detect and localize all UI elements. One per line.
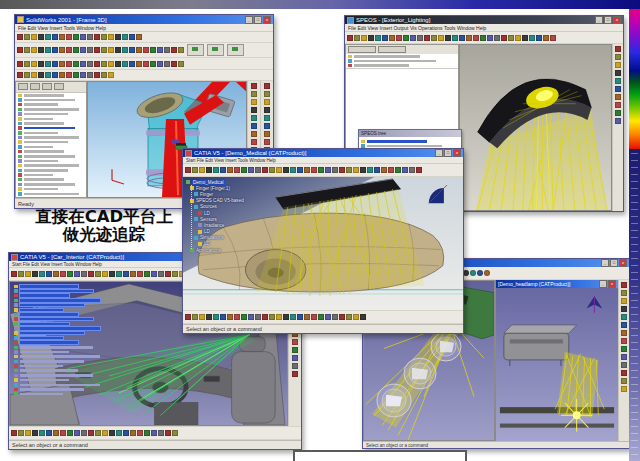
toolbar-icon[interactable]: [484, 270, 490, 276]
toolbar-icon[interactable]: [87, 47, 93, 53]
titlebar[interactable]: CATIA V5 - [Demo_Medical (CATProduct)] _…: [183, 149, 463, 157]
toolbar-icon[interactable]: [621, 362, 627, 368]
toolbar-icon[interactable]: [403, 35, 409, 41]
toolbar[interactable]: [345, 32, 623, 44]
toolbar-icon[interactable]: [297, 167, 303, 173]
toolbar-icon[interactable]: [409, 167, 415, 173]
toolbar-icon[interactable]: [31, 61, 37, 67]
toolbar-icon[interactable]: [73, 61, 79, 67]
toolbar-icon[interactable]: [101, 47, 107, 53]
toolbar-icon[interactable]: [264, 115, 270, 121]
minimize-button[interactable]: _: [601, 259, 609, 267]
toolbar-icon[interactable]: [199, 314, 205, 320]
toolbar-icon[interactable]: [615, 62, 621, 68]
toolbar-icon[interactable]: [269, 314, 275, 320]
titlebar[interactable]: SPEOS - [Exterior_Lighting] _□x: [345, 16, 623, 24]
toolbar-icon[interactable]: [264, 139, 270, 145]
toolbar-icon[interactable]: [67, 430, 73, 436]
right-tool-column[interactable]: [618, 280, 629, 441]
toolbar-icon[interactable]: [621, 314, 627, 320]
bottom-toolbar[interactable]: [9, 426, 301, 440]
toolbar-icon[interactable]: [452, 35, 458, 41]
toolbar-icon[interactable]: [123, 271, 129, 277]
toolbar-icon[interactable]: [248, 167, 254, 173]
toolbar-speos[interactable]: [15, 43, 273, 58]
toolbar-icon[interactable]: [158, 430, 164, 436]
toolbar-icon[interactable]: [11, 430, 17, 436]
group-button-materials[interactable]: [207, 44, 224, 56]
toolbar-icon[interactable]: [360, 314, 366, 320]
toolbar-icon[interactable]: [24, 72, 30, 78]
toolbar-icon[interactable]: [424, 35, 430, 41]
toolbar-icon[interactable]: [276, 314, 282, 320]
close-button[interactable]: x: [613, 16, 621, 24]
maximize-button[interactable]: □: [444, 149, 452, 157]
toolbar-icon[interactable]: [66, 72, 72, 78]
toolbar-icon[interactable]: [17, 34, 23, 40]
toolbar-icon[interactable]: [304, 167, 310, 173]
toolbar-icon[interactable]: [227, 314, 233, 320]
toolbar-icon[interactable]: [101, 34, 107, 40]
toolbar-icon[interactable]: [39, 430, 45, 436]
toolbar-icon[interactable]: [396, 35, 402, 41]
toolbar-icon[interactable]: [94, 61, 100, 67]
toolbar-icon[interactable]: [136, 47, 142, 53]
toolbar-icon[interactable]: [292, 347, 298, 353]
toolbar-icon[interactable]: [353, 314, 359, 320]
toolbar-icon[interactable]: [18, 271, 24, 277]
toolbar-icon[interactable]: [11, 271, 17, 277]
spec-tree-overlay[interactable]: [12, 284, 112, 397]
toolbar-icon[interactable]: [445, 35, 451, 41]
toolbar-icon[interactable]: [255, 167, 261, 173]
toolbar-icon[interactable]: [346, 167, 352, 173]
toolbar-icon[interactable]: [621, 306, 627, 312]
toolbar-icon[interactable]: [185, 167, 191, 173]
toolbar-icon[interactable]: [178, 61, 184, 67]
toolbar-icon[interactable]: [164, 47, 170, 53]
toolbar-icon[interactable]: [95, 430, 101, 436]
toolbar-icon[interactable]: [621, 378, 627, 384]
toolbar-icon[interactable]: [615, 118, 621, 124]
toolbar-icon[interactable]: [45, 61, 51, 67]
group-button-components[interactable]: [227, 44, 244, 56]
toolbar-icon[interactable]: [94, 72, 100, 78]
toolbar-icon[interactable]: [25, 430, 31, 436]
toolbar-icon[interactable]: [52, 61, 58, 67]
feature-tree[interactable]: [16, 93, 86, 197]
toolbar-icon[interactable]: [339, 167, 345, 173]
toolbar-icon[interactable]: [615, 78, 621, 84]
toolbar-icon[interactable]: [38, 47, 44, 53]
toolbar-icon[interactable]: [529, 35, 535, 41]
toolbar-icon[interactable]: [123, 430, 129, 436]
toolbar-icon[interactable]: [25, 271, 31, 277]
toolbar-icon[interactable]: [368, 35, 374, 41]
toolbar-icon[interactable]: [158, 271, 164, 277]
toolbar-icon[interactable]: [470, 270, 476, 276]
toolbar-icon[interactable]: [73, 47, 79, 53]
toolbar-icon[interactable]: [129, 47, 135, 53]
toolbar-icon[interactable]: [87, 72, 93, 78]
toolbar-icon[interactable]: [73, 34, 79, 40]
toolbar-standard[interactable]: [15, 32, 273, 43]
toolbar-icon[interactable]: [102, 271, 108, 277]
toolbar-icon[interactable]: [234, 167, 240, 173]
toolbar-icon[interactable]: [621, 354, 627, 360]
toolbar-icon[interactable]: [45, 34, 51, 40]
toolbar-icon[interactable]: [416, 167, 422, 173]
toolbar-icon[interactable]: [80, 61, 86, 67]
toolbar-icon[interactable]: [332, 314, 338, 320]
toolbar-icon[interactable]: [164, 61, 170, 67]
toolbar-icon[interactable]: [18, 430, 24, 436]
toolbar-icon[interactable]: [248, 314, 254, 320]
toolbar-icon[interactable]: [466, 35, 472, 41]
toolbar-icon[interactable]: [66, 34, 72, 40]
toolbar-icon[interactable]: [311, 167, 317, 173]
toolbar-icon[interactable]: [241, 314, 247, 320]
toolbar-icon[interactable]: [621, 338, 627, 344]
toolbar-icon[interactable]: [621, 282, 627, 288]
toolbar-icon[interactable]: [361, 35, 367, 41]
menubar[interactable]: File Edit View Insert Output Vis Operati…: [345, 24, 623, 32]
minimize-button[interactable]: _: [595, 16, 603, 24]
toolbar-icon[interactable]: [381, 167, 387, 173]
toolbar-icon[interactable]: [264, 107, 270, 113]
